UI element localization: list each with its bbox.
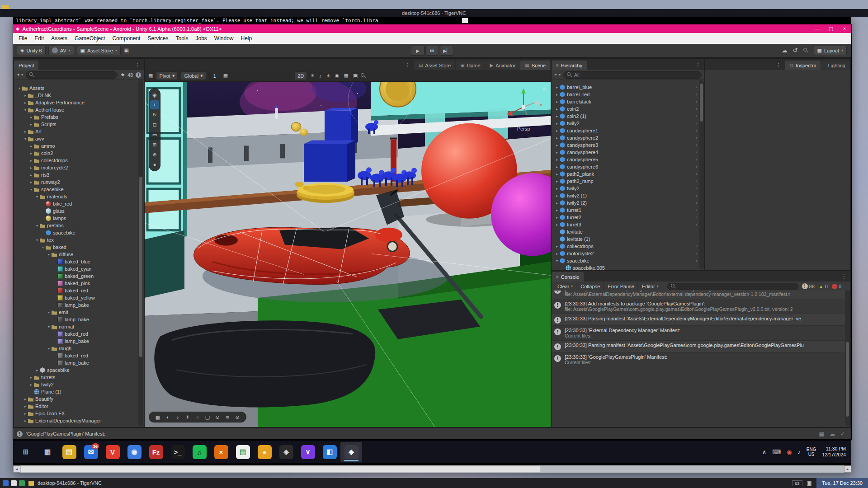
language-indicator[interactable]: ENGUS [807,447,816,457]
light-icon[interactable]: ☀ [184,414,192,420]
project-tree-row[interactable]: ▾ emit [14,309,138,316]
expand-chevron-icon[interactable]: ▸ [554,223,560,227]
project-tree-row[interactable]: ▸ Adaptive Performance [14,99,138,106]
prefab-open-chevron-icon[interactable]: › [696,201,699,205]
host-task-tile-1[interactable] [3,480,9,486]
project-tree-row[interactable]: bike_red [14,200,138,207]
task-view-button[interactable]: ▦ [37,442,58,462]
panel-menu-icon[interactable]: ⋮ [135,62,144,70]
snap-increment-input[interactable]: 1 [209,72,220,80]
custom-tool-icon[interactable]: ⊕ [150,150,159,159]
console-message[interactable]: ! [23:30:33] Add manifests to package 'E… [552,291,845,299]
expand-chevron-icon[interactable]: ▸ [28,375,34,380]
view-tool-icon[interactable]: ◉ [150,90,159,99]
expand-chevron-icon[interactable]: ▸ [23,397,28,401]
project-tree-row[interactable]: ▸ Editor [14,403,138,410]
expand-chevron-icon[interactable]: ▸ [554,165,560,169]
expand-chevron-icon[interactable]: ▾ [46,253,52,257]
expand-chevron-icon[interactable]: ▸ [554,143,560,147]
hierarchy-row[interactable]: ▸ twily2 (1) › [552,192,699,199]
host-task-label[interactable]: desktop-541c686 - TigerVNC [38,480,102,486]
project-tree-row[interactable]: lamp_bake [14,316,138,323]
menu-item[interactable]: Tools [172,33,192,44]
expand-chevron-icon[interactable]: ▸ [554,172,560,176]
console-scrollbar[interactable] [845,291,850,426]
expand-chevron-icon[interactable]: ▸ [554,194,560,198]
hierarchy-row[interactable]: ▾ spacebike › [552,257,699,264]
hierarchy-row[interactable]: ▸ candysphere5 › [552,156,699,163]
prefab-open-chevron-icon[interactable]: › [696,107,699,111]
expand-chevron-icon[interactable]: ▸ [554,150,560,155]
spotify-icon[interactable]: ♫ [189,442,210,462]
project-tree-row[interactable]: ▸ spacebike [14,366,138,374]
expand-chevron-icon[interactable]: ▸ [23,101,28,105]
project-tree-row[interactable]: ▸ runway2 [14,178,138,186]
shaded-view-icon[interactable]: ◐ [164,414,172,420]
view-tab[interactable]: ▤ Asset Store [414,61,455,70]
rect-tool-icon[interactable]: ▭ [150,130,159,139]
cloud-icon[interactable]: ☁ [782,47,788,54]
console-search-input[interactable] [667,283,798,290]
tool-settings-icon[interactable]: ▦ [148,73,153,79]
project-tree-row[interactable]: Plane (1) [14,388,138,395]
project-tree-row[interactable]: baked_red [14,287,138,294]
project-tree-row[interactable]: baked_pink [14,280,138,287]
project-tree-row[interactable]: ▸ Art [14,128,138,135]
panel-menu-icon[interactable]: ⋮ [841,273,850,282]
hierarchy-row[interactable]: ▸ twily2 › [552,120,699,127]
expand-chevron-icon[interactable]: ▸ [23,419,28,423]
probe-tool-icon[interactable]: ● [150,160,159,169]
audio-icon[interactable]: ♪ [174,414,182,420]
undo-history-icon[interactable]: ↺ [793,47,798,54]
project-tree-row[interactable]: ▸ Epic Toon FX [14,410,138,417]
account-button[interactable]: AV ▾ [48,46,74,55]
project-tree-row[interactable]: ▾ prefabs [14,222,138,229]
error-count[interactable]: 0 [832,284,841,289]
project-tree-row[interactable]: ▸ motorcycle2 [14,164,138,171]
lighting-toggle-icon[interactable]: ☀ [310,73,315,79]
rotate-tool-icon[interactable]: ↻ [150,110,159,119]
menu-item[interactable]: File [15,33,31,44]
scrollbar-thumb[interactable] [21,466,540,472]
expand-chevron-icon[interactable]: ▸ [554,129,560,133]
expand-chevron-icon[interactable]: ▸ [28,122,34,127]
expand-chevron-icon[interactable]: ▾ [46,347,52,351]
expand-chevron-icon[interactable]: ▾ [23,137,28,141]
scale-tool-icon[interactable]: ⊡ [150,120,159,129]
prefab-open-chevron-icon[interactable]: › [696,128,699,133]
expand-chevron-icon[interactable]: ▸ [554,187,560,191]
view-tab[interactable]: ▦ Scene [520,61,550,70]
vnc-window[interactable]: library_impl_abstract` was renamed to `t… [13,17,851,473]
layout-dropdown[interactable]: ▦ Layout ▾ [814,46,847,55]
gizmo-x-label[interactable]: x [540,102,542,107]
host-task-tile-2[interactable] [11,480,17,486]
hierarchy-row[interactable]: ▸ candysphere2 › [552,134,699,141]
prefab-open-chevron-icon[interactable]: › [696,193,699,198]
view-tab[interactable]: ▣ Game [456,61,485,70]
scroll-right-arrow[interactable]: ▸ [844,465,851,473]
expand-chevron-icon[interactable]: ▸ [23,412,28,416]
start-button[interactable]: ⊞ [15,442,37,462]
visual-studio-icon[interactable]: ∨ [297,442,319,462]
status-cloud-icon[interactable]: ☁ [830,431,835,437]
grid-visibility-icon[interactable]: ▦ [223,73,228,79]
scene-viewport[interactable]: x Persp ◉+↻⊡▭⊞⊕● ▦◐♪☀◌▢⊙≋⊘ ≡ [145,82,551,427]
project-tree-row[interactable]: lamps [14,215,138,222]
office-app-icon[interactable]: ▤ [232,442,254,462]
play-button[interactable]: ▶ [411,46,425,56]
panel-menu-icon[interactable]: ⋮ [695,62,704,70]
scrollbar-thumb[interactable] [139,177,142,357]
persp-label[interactable]: Persp [517,126,530,131]
search-icon[interactable] [803,48,808,53]
maximize-button[interactable]: ▢ [824,24,838,33]
expand-chevron-icon[interactable]: ▸ [554,208,560,212]
menu-item[interactable]: Services [144,33,172,44]
prefab-open-chevron-icon[interactable]: › [696,208,699,212]
prefab-open-chevron-icon[interactable]: › [696,179,699,183]
project-tree-row[interactable]: spacebike [14,229,138,236]
menu-item[interactable]: Edit [31,33,47,44]
project-tree-row[interactable]: baked_red [14,330,138,338]
grid-icon[interactable]: ▦ [154,414,162,420]
project-tree-row[interactable]: ▸ coin2 [14,150,138,157]
tab-console[interactable]: ≡ Console [552,272,584,282]
